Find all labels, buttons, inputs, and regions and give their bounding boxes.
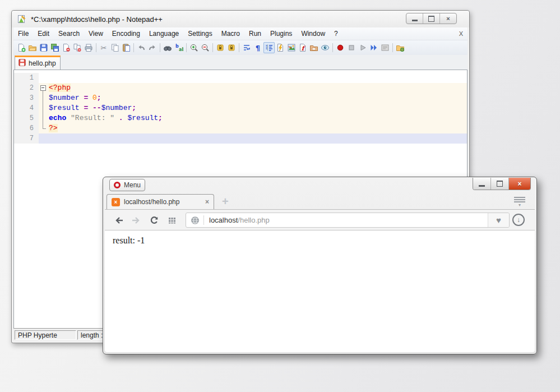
folder-as-workspace-button[interactable] (308, 42, 320, 53)
menu-item-settings[interactable]: Settings (183, 27, 216, 40)
menu-item-edit[interactable]: Edit (33, 27, 54, 40)
menu-item-view[interactable]: View (84, 27, 108, 40)
browser-tab-localhost[interactable]: × localhost/hello.php × (107, 194, 214, 209)
line-number: 1 (14, 73, 39, 83)
show-all-characters-button[interactable]: ¶ (252, 42, 263, 53)
code-segment-tag: ?> (49, 124, 58, 132)
editor-line-2[interactable]: 2<?php (14, 83, 467, 93)
stop-recording-button[interactable] (346, 42, 357, 53)
bookmark-heart-button[interactable]: ♥ (488, 213, 509, 227)
playback-button[interactable] (357, 42, 368, 53)
fold-mid-icon (39, 93, 49, 103)
run-macro-multiple-button[interactable] (368, 42, 379, 53)
opera-minimize-button[interactable] (473, 178, 490, 190)
print-button[interactable] (83, 42, 94, 53)
editor-line-1[interactable]: 1 (14, 73, 467, 83)
print-icon (84, 43, 93, 52)
opera-close-button[interactable]: × (508, 178, 530, 190)
menu-item-macro[interactable]: Macro (217, 27, 244, 40)
status-doc-type: PHP Hyperte (15, 330, 76, 340)
notepad-titlebar[interactable]: *C:\xampp\htdocs\hello.php - Notepad++ × (12, 11, 469, 27)
browser-toolbar: localhost/hello.php ♥ ↓ (105, 209, 535, 230)
paste-button[interactable] (121, 42, 132, 53)
forward-button[interactable] (130, 215, 141, 226)
editor-line-6[interactable]: 6?> (14, 123, 467, 133)
toolbar-separator (392, 43, 393, 52)
toolbar-separator (212, 43, 213, 52)
notepad-doc-close-button[interactable]: X (459, 30, 463, 37)
notepad-menubar: FileEditSearchViewEncodingLanguageSettin… (13, 27, 468, 40)
save-all-button[interactable] (49, 42, 61, 53)
menu-item-[interactable]: ? (330, 27, 343, 40)
save-macro-button[interactable] (379, 42, 391, 53)
menu-item-run[interactable]: Run (244, 27, 266, 40)
open-file-button[interactable] (27, 42, 38, 53)
notepad-close-button[interactable]: × (439, 13, 456, 24)
sync-horizontal-button[interactable] (226, 42, 237, 53)
word-wrap-button[interactable] (241, 42, 252, 53)
menu-item-file[interactable]: File (13, 27, 33, 40)
menu-item-search[interactable]: Search (54, 27, 84, 40)
copy-button[interactable] (109, 42, 121, 53)
tab-label: hello.php (29, 59, 56, 67)
fold-box-icon[interactable] (39, 83, 49, 93)
address-bar[interactable]: localhost/hello.php ♥ (186, 213, 510, 228)
restore-icon (428, 16, 434, 22)
reload-button[interactable] (149, 215, 160, 226)
replace-button[interactable]: bab (173, 42, 184, 53)
start-recording-button[interactable] (335, 42, 346, 53)
code-segment-str: "Result: " (71, 114, 114, 122)
indent-guide-button[interactable] (263, 42, 275, 53)
tab-close-icon[interactable]: × (202, 198, 209, 206)
zoom-in-button[interactable] (188, 42, 200, 53)
document-map-icon (287, 43, 296, 52)
tab-hello-php[interactable]: hello.php (15, 56, 61, 70)
zoom-out-button[interactable] (200, 42, 211, 53)
downloads-button[interactable]: ↓ (512, 214, 525, 226)
function-list-button[interactable]: f (297, 42, 308, 53)
opera-logo-icon (114, 182, 121, 188)
svg-text:¶: ¶ (256, 44, 260, 52)
minimize-icon (479, 185, 485, 187)
save-button[interactable] (38, 42, 49, 53)
cut-button[interactable]: ✂ (98, 42, 109, 53)
code-segment-plain (66, 114, 71, 122)
close-all-button[interactable] (72, 42, 83, 53)
editor-line-5[interactable]: 5echo "Result: " . $result; (14, 113, 467, 123)
close-button[interactable] (61, 42, 72, 53)
notepadpp-app-icon (17, 15, 26, 24)
undo-button[interactable] (136, 42, 147, 53)
menu-item-window[interactable]: Window (297, 27, 330, 40)
code-segment-kw: echo (49, 114, 66, 122)
opera-restore-button[interactable] (490, 178, 508, 190)
notepad-minimize-button[interactable] (406, 13, 423, 24)
speed-dial-button[interactable] (166, 215, 178, 226)
menu-item-encoding[interactable]: Encoding (108, 27, 145, 40)
back-button[interactable] (114, 215, 125, 226)
code-segment-op: -- (92, 104, 101, 112)
new-file-button[interactable] (16, 42, 27, 53)
line-number: 5 (14, 113, 39, 123)
find-button[interactable] (162, 42, 173, 53)
open-containing-folder-button[interactable] (395, 42, 406, 53)
notepad-restore-button[interactable] (423, 13, 439, 24)
save-all-icon (50, 43, 59, 52)
redo-button[interactable] (147, 42, 158, 53)
new-tab-button[interactable]: + (222, 196, 229, 207)
code-text: <?php (49, 83, 71, 93)
editor-line-4[interactable]: 4$result = --$number; (14, 103, 467, 113)
menu-item-plugins[interactable]: Plugins (266, 27, 297, 40)
editor-line-7[interactable]: 7 (14, 133, 467, 144)
monitoring-button[interactable] (320, 42, 331, 53)
address-url[interactable]: localhost/hello.php (209, 216, 270, 224)
shortcut-mapper-button[interactable] (275, 42, 286, 53)
menu-item-language[interactable]: Language (145, 27, 183, 40)
editor-line-3[interactable]: 3$number = 0; (14, 93, 467, 103)
tab-menu-button[interactable]: ▾ (513, 197, 526, 206)
document-map-button[interactable] (286, 42, 297, 53)
line-body (39, 133, 467, 144)
find-icon (163, 43, 172, 52)
opera-menu-button[interactable]: Menu (109, 179, 145, 191)
fold-margin (39, 73, 49, 83)
sync-vertical-button[interactable] (215, 42, 226, 53)
